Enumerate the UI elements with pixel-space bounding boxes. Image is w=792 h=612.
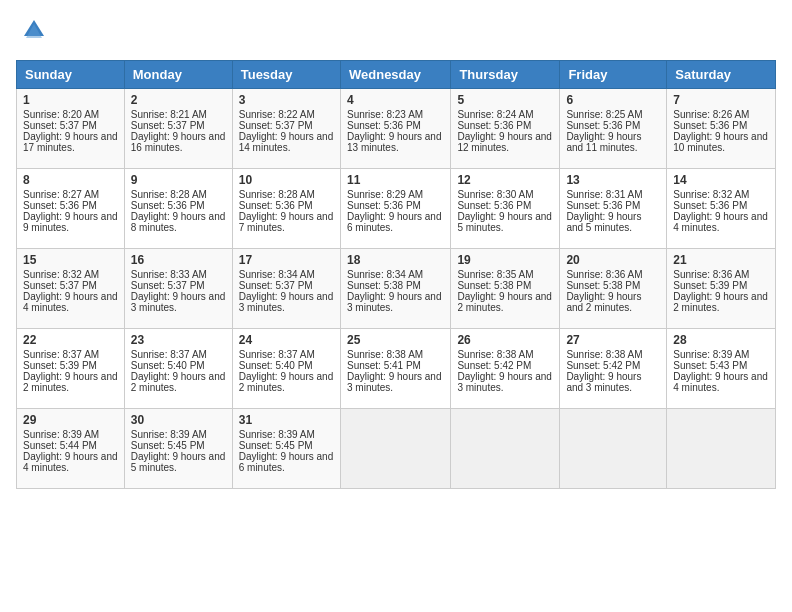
daylight-label: Daylight: 9 hours and 3 minutes. — [347, 291, 442, 313]
sunrise-label: Sunrise: 8:31 AM — [566, 189, 642, 200]
sunrise-label: Sunrise: 8:37 AM — [131, 349, 207, 360]
calendar-cell: 21Sunrise: 8:36 AMSunset: 5:39 PMDayligh… — [667, 249, 776, 329]
calendar-cell: 19Sunrise: 8:35 AMSunset: 5:38 PMDayligh… — [451, 249, 560, 329]
sunset-label: Sunset: 5:42 PM — [457, 360, 531, 371]
day-number: 7 — [673, 93, 769, 107]
sunrise-label: Sunrise: 8:36 AM — [566, 269, 642, 280]
daylight-label: Daylight: 9 hours and 2 minutes. — [23, 371, 118, 393]
calendar-cell — [451, 409, 560, 489]
sunset-label: Sunset: 5:40 PM — [131, 360, 205, 371]
daylight-label: Daylight: 9 hours and 12 minutes. — [457, 131, 552, 153]
day-number: 21 — [673, 253, 769, 267]
sunset-label: Sunset: 5:36 PM — [23, 200, 97, 211]
day-number: 9 — [131, 173, 226, 187]
sunrise-label: Sunrise: 8:25 AM — [566, 109, 642, 120]
calendar-cell: 4Sunrise: 8:23 AMSunset: 5:36 PMDaylight… — [340, 89, 450, 169]
day-number: 31 — [239, 413, 334, 427]
sunset-label: Sunset: 5:36 PM — [131, 200, 205, 211]
day-number: 3 — [239, 93, 334, 107]
day-number: 1 — [23, 93, 118, 107]
calendar-week-row: 22Sunrise: 8:37 AMSunset: 5:39 PMDayligh… — [17, 329, 776, 409]
sunrise-label: Sunrise: 8:37 AM — [239, 349, 315, 360]
calendar-cell: 31Sunrise: 8:39 AMSunset: 5:45 PMDayligh… — [232, 409, 340, 489]
logo-icon — [20, 16, 48, 48]
calendar-cell: 9Sunrise: 8:28 AMSunset: 5:36 PMDaylight… — [124, 169, 232, 249]
daylight-label: Daylight: 9 hours and 4 minutes. — [673, 211, 768, 233]
sunrise-label: Sunrise: 8:29 AM — [347, 189, 423, 200]
daylight-label: Daylight: 9 hours and 3 minutes. — [566, 371, 641, 393]
daylight-label: Daylight: 9 hours and 16 minutes. — [131, 131, 226, 153]
daylight-label: Daylight: 9 hours and 8 minutes. — [131, 211, 226, 233]
sunrise-label: Sunrise: 8:23 AM — [347, 109, 423, 120]
sunrise-label: Sunrise: 8:39 AM — [131, 429, 207, 440]
sunset-label: Sunset: 5:36 PM — [239, 200, 313, 211]
calendar-cell: 15Sunrise: 8:32 AMSunset: 5:37 PMDayligh… — [17, 249, 125, 329]
sunset-label: Sunset: 5:37 PM — [131, 280, 205, 291]
sunrise-label: Sunrise: 8:33 AM — [131, 269, 207, 280]
day-number: 24 — [239, 333, 334, 347]
sunset-label: Sunset: 5:39 PM — [673, 280, 747, 291]
calendar-cell: 18Sunrise: 8:34 AMSunset: 5:38 PMDayligh… — [340, 249, 450, 329]
sunrise-label: Sunrise: 8:39 AM — [23, 429, 99, 440]
calendar-cell: 6Sunrise: 8:25 AMSunset: 5:36 PMDaylight… — [560, 89, 667, 169]
calendar-cell: 8Sunrise: 8:27 AMSunset: 5:36 PMDaylight… — [17, 169, 125, 249]
sunset-label: Sunset: 5:44 PM — [23, 440, 97, 451]
daylight-label: Daylight: 9 hours and 4 minutes. — [673, 371, 768, 393]
calendar-cell: 29Sunrise: 8:39 AMSunset: 5:44 PMDayligh… — [17, 409, 125, 489]
sunset-label: Sunset: 5:37 PM — [23, 120, 97, 131]
daylight-label: Daylight: 9 hours and 5 minutes. — [457, 211, 552, 233]
daylight-label: Daylight: 9 hours and 7 minutes. — [239, 211, 334, 233]
day-number: 16 — [131, 253, 226, 267]
calendar-cell: 26Sunrise: 8:38 AMSunset: 5:42 PMDayligh… — [451, 329, 560, 409]
sunset-label: Sunset: 5:37 PM — [23, 280, 97, 291]
daylight-label: Daylight: 9 hours and 10 minutes. — [673, 131, 768, 153]
daylight-label: Daylight: 9 hours and 3 minutes. — [457, 371, 552, 393]
daylight-label: Daylight: 9 hours and 9 minutes. — [23, 211, 118, 233]
sunrise-label: Sunrise: 8:36 AM — [673, 269, 749, 280]
weekday-header: Tuesday — [232, 61, 340, 89]
daylight-label: Daylight: 9 hours and 14 minutes. — [239, 131, 334, 153]
calendar-cell: 10Sunrise: 8:28 AMSunset: 5:36 PMDayligh… — [232, 169, 340, 249]
calendar-cell: 16Sunrise: 8:33 AMSunset: 5:37 PMDayligh… — [124, 249, 232, 329]
calendar-week-row: 15Sunrise: 8:32 AMSunset: 5:37 PMDayligh… — [17, 249, 776, 329]
sunrise-label: Sunrise: 8:38 AM — [347, 349, 423, 360]
daylight-label: Daylight: 9 hours and 4 minutes. — [23, 291, 118, 313]
day-number: 15 — [23, 253, 118, 267]
day-number: 28 — [673, 333, 769, 347]
sunset-label: Sunset: 5:38 PM — [566, 280, 640, 291]
sunset-label: Sunset: 5:37 PM — [131, 120, 205, 131]
daylight-label: Daylight: 9 hours and 11 minutes. — [566, 131, 641, 153]
calendar-week-row: 1Sunrise: 8:20 AMSunset: 5:37 PMDaylight… — [17, 89, 776, 169]
sunset-label: Sunset: 5:38 PM — [347, 280, 421, 291]
day-number: 14 — [673, 173, 769, 187]
day-number: 19 — [457, 253, 553, 267]
calendar-cell: 27Sunrise: 8:38 AMSunset: 5:42 PMDayligh… — [560, 329, 667, 409]
calendar-cell: 30Sunrise: 8:39 AMSunset: 5:45 PMDayligh… — [124, 409, 232, 489]
day-number: 29 — [23, 413, 118, 427]
page-header — [16, 16, 776, 48]
weekday-header: Monday — [124, 61, 232, 89]
day-number: 5 — [457, 93, 553, 107]
sunset-label: Sunset: 5:43 PM — [673, 360, 747, 371]
sunrise-label: Sunrise: 8:20 AM — [23, 109, 99, 120]
day-number: 10 — [239, 173, 334, 187]
calendar-cell: 22Sunrise: 8:37 AMSunset: 5:39 PMDayligh… — [17, 329, 125, 409]
daylight-label: Daylight: 9 hours and 3 minutes. — [239, 291, 334, 313]
calendar-cell — [560, 409, 667, 489]
sunrise-label: Sunrise: 8:38 AM — [457, 349, 533, 360]
sunset-label: Sunset: 5:37 PM — [239, 120, 313, 131]
sunset-label: Sunset: 5:45 PM — [131, 440, 205, 451]
day-number: 13 — [566, 173, 660, 187]
calendar-cell: 28Sunrise: 8:39 AMSunset: 5:43 PMDayligh… — [667, 329, 776, 409]
page-container: SundayMondayTuesdayWednesdayThursdayFrid… — [0, 0, 792, 612]
day-number: 23 — [131, 333, 226, 347]
daylight-label: Daylight: 9 hours and 6 minutes. — [347, 211, 442, 233]
day-number: 4 — [347, 93, 444, 107]
daylight-label: Daylight: 9 hours and 4 minutes. — [23, 451, 118, 473]
sunrise-label: Sunrise: 8:35 AM — [457, 269, 533, 280]
daylight-label: Daylight: 9 hours and 2 minutes. — [457, 291, 552, 313]
sunrise-label: Sunrise: 8:32 AM — [23, 269, 99, 280]
calendar-cell: 12Sunrise: 8:30 AMSunset: 5:36 PMDayligh… — [451, 169, 560, 249]
sunrise-label: Sunrise: 8:39 AM — [673, 349, 749, 360]
logo — [16, 16, 48, 48]
